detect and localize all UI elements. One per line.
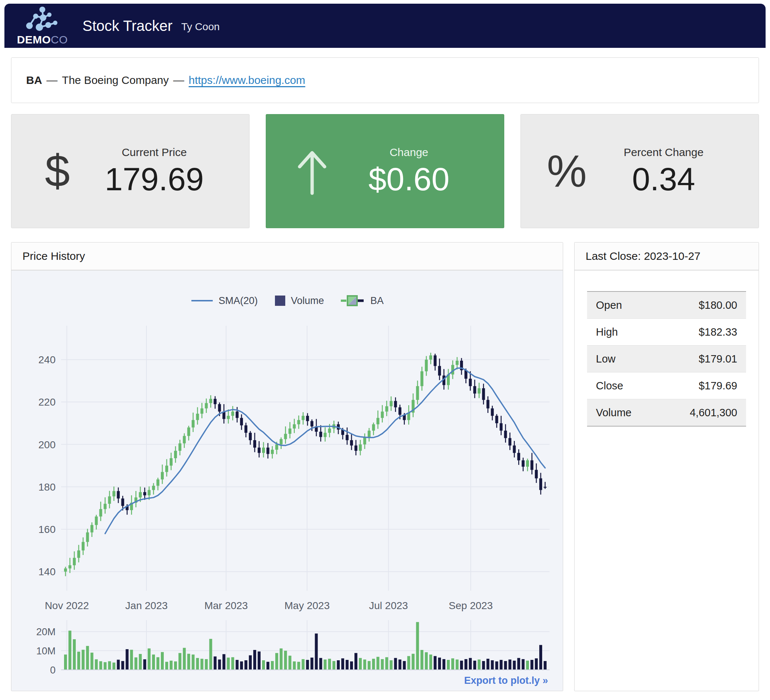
page-title: Stock Tracker	[82, 18, 173, 34]
row-label: Open	[587, 291, 658, 319]
table-row-open: Open $180.00	[587, 291, 746, 319]
legend-label-volume: Volume	[291, 295, 324, 307]
stat-cards-row: $ Current Price 179.69 Change $0.60 % Pe…	[11, 114, 759, 228]
ticker-symbol: BA	[26, 74, 42, 86]
svg-text:200: 200	[38, 439, 56, 451]
price-chart-svg: 140160180200220240010M20MNov 2022Jan 202…	[11, 270, 563, 691]
brand-wordmark-bold: DEMO	[17, 34, 51, 46]
chart-legend: SMA(20) Volume BA	[11, 293, 563, 308]
svg-text:220: 220	[38, 396, 56, 408]
current-price-card: $ Current Price 179.69	[11, 114, 249, 228]
molecule-logo-icon	[23, 6, 61, 34]
legend-label-ba: BA	[370, 295, 383, 307]
legend-item-volume: Volume	[275, 295, 324, 307]
export-plotly-link[interactable]: Export to plot.ly »	[464, 675, 548, 686]
last-close-title: Last Close: 2023-10-27	[574, 242, 759, 270]
table-row-close: Close $179.69	[587, 372, 746, 399]
row-value: $179.69	[658, 372, 746, 399]
current-price-value: 179.69	[105, 162, 204, 196]
company-website-link[interactable]: https://www.boeing.com	[189, 74, 306, 86]
legend-label-sma: SMA(20)	[218, 295, 258, 307]
candlestick-icon	[341, 293, 365, 308]
row-value: $179.01	[658, 346, 746, 372]
dollar-icon: $	[23, 145, 92, 197]
legend-item-sma: SMA(20)	[191, 295, 258, 307]
company-name: The Boeing Company	[62, 74, 168, 86]
svg-text:20M: 20M	[36, 626, 56, 637]
svg-text:May 2023: May 2023	[285, 600, 330, 611]
table-row-high: High $182.33	[587, 319, 746, 346]
percent-change-value: 0.34	[632, 162, 695, 196]
app-header: DEMOCO Stock Tracker Ty Coon	[5, 4, 765, 48]
arrow-up-icon	[277, 146, 347, 196]
percent-change-label: Percent Change	[624, 146, 704, 158]
app-window: DEMOCO Stock Tracker Ty Coon BA—The Boei…	[0, 0, 770, 700]
page-subtitle: Ty Coon	[181, 21, 220, 33]
legend-item-ba: BA	[341, 293, 383, 308]
row-label: Close	[587, 372, 658, 399]
table-row-volume: Volume 4,601,300	[587, 399, 746, 427]
svg-text:240: 240	[38, 354, 56, 365]
svg-text:Nov 2022: Nov 2022	[45, 600, 89, 611]
dollar-glyph: $	[45, 145, 70, 197]
price-history-title: Price History	[11, 242, 563, 270]
svg-text:Mar 2023: Mar 2023	[204, 600, 248, 611]
company-bar: BA—The Boeing Company—https://www.boeing…	[11, 57, 759, 103]
svg-text:Jul 2023: Jul 2023	[369, 600, 408, 611]
current-price-label: Current Price	[122, 146, 187, 158]
change-card: Change $0.60	[266, 114, 504, 228]
ohlc-table: Open $180.00 High $182.33 Low $179.01	[587, 291, 746, 427]
row-value: $182.33	[658, 319, 746, 346]
row-value: $180.00	[658, 291, 746, 319]
brand-wordmark: DEMOCO	[17, 34, 68, 45]
separator: —	[46, 74, 57, 86]
main-content-row: Price History SMA(20) Volume	[11, 242, 759, 691]
row-label: Low	[587, 346, 658, 372]
svg-text:10M: 10M	[36, 645, 56, 656]
table-row-low: Low $179.01	[587, 346, 746, 372]
last-close-body: Open $180.00 High $182.33 Low $179.01	[574, 270, 759, 427]
percent-icon: %	[532, 145, 602, 197]
price-history-chart: SMA(20) Volume BA	[11, 270, 563, 691]
percent-glyph: %	[547, 145, 587, 197]
svg-text:180: 180	[38, 482, 56, 493]
row-label: Volume	[587, 399, 658, 427]
svg-text:Jan 2023: Jan 2023	[125, 600, 167, 611]
svg-text:160: 160	[38, 524, 56, 535]
last-close-panel: Last Close: 2023-10-27 Open $180.00 High…	[574, 242, 759, 691]
brand-logo: DEMOCO	[17, 6, 68, 45]
volume-swatch-icon	[275, 295, 286, 306]
percent-change-card: % Percent Change 0.34	[521, 114, 759, 228]
price-history-panel: Price History SMA(20) Volume	[11, 242, 563, 691]
svg-text:Sep 2023: Sep 2023	[449, 600, 493, 611]
change-label: Change	[390, 146, 428, 158]
row-value: 4,601,300	[658, 399, 746, 427]
row-label: High	[587, 319, 658, 346]
change-value: $0.60	[369, 162, 450, 196]
svg-text:140: 140	[38, 566, 56, 577]
svg-text:0: 0	[50, 664, 56, 676]
sma-line-icon	[191, 299, 214, 303]
brand-wordmark-light: CO	[51, 34, 68, 46]
separator: —	[173, 74, 184, 86]
